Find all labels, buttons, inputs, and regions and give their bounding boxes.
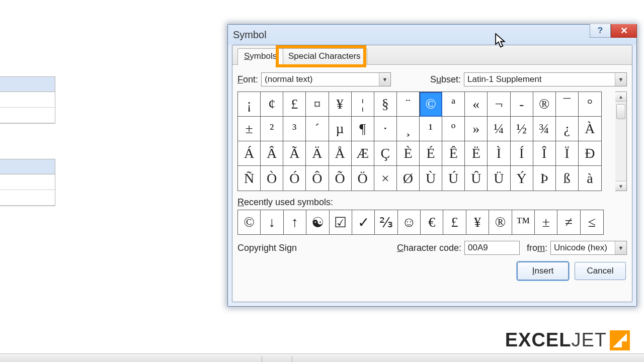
scroll-down-button[interactable]: ▼ [615,181,626,191]
tab-symbols[interactable]: Symbols [237,48,283,65]
symbol-cell[interactable]: Í [511,141,533,166]
symbol-cell[interactable]: Ü [488,166,510,191]
symbol-cell[interactable]: Ç [374,141,397,166]
symbol-cell[interactable]: Ø [397,166,420,191]
character-code-input[interactable]: 00A9 [464,241,520,255]
symbol-cell[interactable]: « [465,92,488,117]
symbol-cell[interactable]: Ð [579,141,601,166]
insert-button[interactable]: Insert [517,262,569,280]
symbol-cell[interactable]: Á [238,141,261,166]
symbol-cell[interactable]: ¯ [556,92,579,117]
symbol-cell[interactable]: ® [533,92,556,117]
symbol-cell[interactable]: ¹ [420,117,442,141]
symbol-cell[interactable]: ´ [306,117,329,141]
recent-symbol-cell[interactable]: ☺ [398,210,421,234]
cancel-button[interactable]: Cancel [575,262,626,280]
dialog-help-button[interactable]: ? [590,24,611,38]
symbol-cell[interactable]: ¦ [352,92,374,117]
font-select[interactable]: (normal text) ▼ [261,72,391,86]
recent-symbol-cell[interactable]: € [421,210,443,234]
symbol-cell[interactable]: Î [533,141,556,166]
recent-symbol-cell[interactable]: ↑ [284,210,306,234]
symbol-cell[interactable]: ± [238,117,261,141]
subset-select[interactable]: Latin-1 Supplement ▼ [464,72,627,86]
dialog-close-button[interactable]: ✕ [611,24,637,38]
symbol-cell[interactable]: ¿ [556,117,579,141]
symbol-cell[interactable]: ¢ [261,92,283,117]
symbol-cell[interactable]: à [579,166,601,191]
symbol-cell[interactable]: Ò [261,166,283,191]
symbol-cell[interactable]: Õ [329,166,352,191]
symbol-cell[interactable]: È [397,141,420,166]
scroll-thumb[interactable] [616,104,625,119]
symbol-cell[interactable]: ¤ [306,92,329,117]
symbol-cell[interactable]: ª [442,92,465,117]
symbol-cell[interactable]: ¡ [238,92,261,117]
symbol-cell[interactable]: Ý [511,166,533,191]
scroll-up-button[interactable]: ▲ [615,92,626,102]
recent-symbol-cell[interactable]: ⅔ [375,210,397,234]
sheet-fragment-2: ymbols [0,159,55,206]
symbol-cell[interactable]: Ó [283,166,306,191]
recent-symbol-cell[interactable]: ✓ [352,210,375,234]
symbol-cell[interactable]: Û [465,166,488,191]
recent-symbol-cell[interactable]: ↓ [261,210,283,234]
symbol-cell[interactable]: × [374,166,397,191]
symbol-cell[interactable]: ¾ [533,117,556,141]
recent-symbol-cell[interactable]: ¥ [466,210,489,234]
question-mark-icon: ? [598,21,603,41]
symbol-cell[interactable]: µ [329,117,352,141]
symbol-cell[interactable]: À [579,117,601,141]
recently-used-grid[interactable]: ©↓↑☯☑✓⅔☺€£¥®™±≠≤ [237,210,604,235]
symbol-cell[interactable]: ¶ [352,117,374,141]
symbol-cell[interactable]: ¸ [397,117,420,141]
symbol-grid-scrollbar[interactable]: ▲ ▼ [615,92,627,191]
symbol-cell[interactable]: © [420,92,442,117]
symbol-cell[interactable]: Ï [556,141,579,166]
symbol-cell[interactable]: Æ [352,141,374,166]
symbol-cell[interactable]: ¥ [329,92,352,117]
symbol-cell[interactable]: ¬ [488,92,510,117]
dialog-titlebar[interactable]: Symbol ? ✕ [228,25,636,45]
symbol-cell[interactable]: É [420,141,442,166]
recent-symbol-cell[interactable]: £ [443,210,466,234]
symbol-cell[interactable]: § [374,92,397,117]
symbol-cell[interactable]: - [511,92,533,117]
symbol-cell[interactable]: ß [556,166,579,191]
symbol-cell[interactable]: Þ [533,166,556,191]
symbol-cell[interactable]: º [442,117,465,141]
symbol-cell[interactable]: Ê [442,141,465,166]
recent-symbol-cell[interactable]: ™ [512,210,535,234]
symbol-cell[interactable]: Ä [306,141,329,166]
symbol-cell[interactable]: ° [579,92,601,117]
recent-symbol-cell[interactable]: ☯ [306,210,329,234]
symbol-cell[interactable]: Å [329,141,352,166]
symbol-cell[interactable]: Â [261,141,283,166]
recent-symbol-cell[interactable]: ® [489,210,512,234]
recent-symbol-cell[interactable]: © [238,210,261,234]
symbol-cell[interactable]: Ë [465,141,488,166]
symbol-cell[interactable]: Ö [352,166,374,191]
recent-symbol-cell[interactable]: ≤ [581,210,603,234]
selected-symbol-name: Copyright Sign [237,243,297,253]
tab-special-characters[interactable]: Special Characters [282,48,367,65]
symbol-cell[interactable]: ¨ [397,92,420,117]
recent-symbol-cell[interactable]: ☑ [330,210,352,234]
symbol-cell[interactable]: ½ [511,117,533,141]
symbol-cell[interactable]: Ù [420,166,442,191]
symbol-cell[interactable]: · [374,117,397,141]
recent-symbol-cell[interactable]: ≠ [557,210,580,234]
symbol-cell[interactable]: » [465,117,488,141]
symbol-cell[interactable]: Ã [283,141,306,166]
symbol-cell[interactable]: ³ [283,117,306,141]
symbol-cell[interactable]: ² [261,117,283,141]
symbol-cell[interactable]: Ì [488,141,510,166]
from-select[interactable]: Unicode (hex) ▼ [550,241,627,255]
symbol-cell[interactable]: ¼ [488,117,510,141]
symbol-cell[interactable]: £ [283,92,306,117]
symbol-grid[interactable]: ¡¢£¤¥¦§¨©ª«¬-®¯°±²³´µ¶·¸¹º»¼½¾¿ÀÁÂÃÄÅÆÇÈ… [237,92,602,191]
symbol-cell[interactable]: Ñ [238,166,261,191]
recent-symbol-cell[interactable]: ± [535,210,557,234]
symbol-cell[interactable]: Ô [306,166,329,191]
symbol-cell[interactable]: Ú [442,166,465,191]
